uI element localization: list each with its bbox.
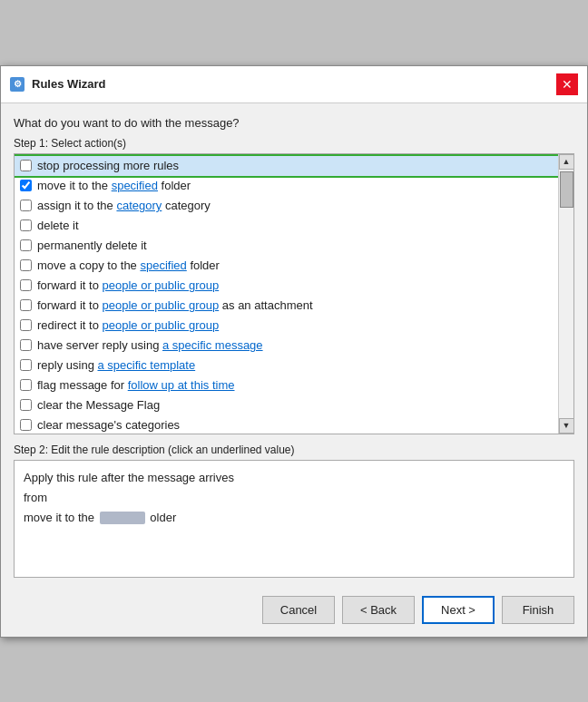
scroll-up-button[interactable]: ▲ [559, 154, 574, 170]
scrollbar[interactable]: ▲ ▼ [558, 154, 573, 434]
action-flag-label: flag message for follow up at this time [37, 378, 235, 392]
description-line3-before: move it to the [24, 511, 94, 524]
action-forward[interactable]: forward it to people or public group [15, 276, 558, 296]
action-redirect[interactable]: redirect it to people or public group [15, 316, 558, 336]
description-line3-after: older [150, 511, 176, 524]
action-delete[interactable]: delete it [15, 216, 558, 236]
checkbox-stop[interactable] [20, 160, 32, 171]
action-move[interactable]: move it to the specified folder [15, 176, 558, 196]
action-clear-categories[interactable]: clear message's categories [15, 415, 558, 434]
action-clear-categories-label: clear message's categories [37, 418, 180, 432]
description-box: Apply this rule after the message arrive… [14, 460, 574, 578]
finish-button[interactable]: Finish [502, 596, 574, 624]
checkbox-clear-flag[interactable] [20, 399, 32, 411]
action-forward-attach[interactable]: forward it to people or public group as … [15, 296, 558, 316]
action-stop[interactable]: stop processing more rules [15, 156, 558, 176]
checkbox-clear-categories[interactable] [20, 419, 32, 431]
checkbox-delete[interactable] [20, 219, 32, 231]
checkbox-forward-attach[interactable] [20, 299, 32, 311]
actions-list[interactable]: stop processing more rules move it to th… [15, 154, 558, 434]
action-forward-label: forward it to people or public group [37, 278, 219, 292]
scroll-down-button[interactable]: ▼ [559, 418, 574, 434]
close-button[interactable]: ✕ [556, 73, 578, 95]
actions-box: stop processing more rules move it to th… [14, 153, 574, 434]
footer: Cancel < Back Next > Finish [1, 587, 587, 637]
action-assign[interactable]: assign it to the category category [15, 196, 558, 216]
action-clear-flag-label: clear the Message Flag [37, 398, 160, 412]
forward-attach-people-link[interactable]: people or public group [103, 298, 220, 312]
title-bar: ⚙ Rules Wizard ✕ [1, 66, 587, 103]
specific-template-link[interactable]: a specific template [97, 358, 195, 372]
action-assign-label: assign it to the category category [37, 199, 211, 212]
checkbox-perm-delete[interactable] [20, 239, 32, 251]
forward-people-link[interactable]: people or public group [103, 278, 220, 292]
scroll-thumb-area [559, 170, 573, 418]
rules-wizard-window: ⚙ Rules Wizard ✕ What do you want to do … [0, 65, 588, 638]
follow-up-link[interactable]: follow up at this time [128, 378, 235, 392]
action-server-reply[interactable]: have server reply using a specific messa… [15, 336, 558, 356]
checkbox-flag[interactable] [20, 379, 32, 391]
checkbox-assign[interactable] [20, 200, 32, 211]
blurred-folder [100, 512, 145, 524]
checkbox-redirect[interactable] [20, 319, 32, 331]
action-redirect-label: redirect it to people or public group [37, 318, 219, 332]
description-line2: from [24, 488, 564, 508]
action-forward-attach-label: forward it to people or public group as … [37, 298, 313, 312]
window-icon: ⚙ [10, 77, 24, 92]
action-clear-flag[interactable]: clear the Message Flag [15, 395, 558, 415]
category-link[interactable]: category [116, 199, 162, 212]
checkbox-forward[interactable] [20, 279, 32, 291]
specified-folder-link[interactable]: specified [112, 179, 158, 192]
next-button[interactable]: Next > [422, 596, 495, 624]
window-title: Rules Wizard [32, 77, 106, 91]
action-stop-label: stop processing more rules [37, 159, 179, 172]
description-line1: Apply this rule after the message arrive… [24, 468, 564, 488]
action-flag[interactable]: flag message for follow up at this time [15, 375, 558, 395]
scroll-thumb[interactable] [560, 171, 573, 208]
step1-label: Step 1: Select action(s) [14, 137, 574, 150]
checkbox-move[interactable] [20, 180, 32, 191]
title-bar-left: ⚙ Rules Wizard [10, 77, 106, 92]
action-reply-template-label: reply using a specific template [37, 358, 195, 372]
action-move-label: move it to the specified folder [37, 179, 191, 192]
checkbox-reply-template[interactable] [20, 359, 32, 371]
description-line3: move it to the older [24, 508, 564, 528]
checkbox-copy[interactable] [20, 259, 32, 271]
question-text: What do you want to do with the message? [14, 116, 574, 130]
action-delete-label: delete it [37, 219, 79, 232]
specific-message-link[interactable]: a specific message [162, 338, 263, 352]
action-server-reply-label: have server reply using a specific messa… [37, 338, 263, 352]
action-perm-delete-label: permanently delete it [37, 239, 147, 252]
checkbox-server-reply[interactable] [20, 339, 32, 351]
redirect-people-link[interactable]: people or public group [103, 318, 220, 332]
cancel-button[interactable]: Cancel [262, 596, 335, 624]
action-copy[interactable]: move a copy to the specified folder [15, 256, 558, 276]
action-perm-delete[interactable]: permanently delete it [15, 236, 558, 256]
specified-copy-link[interactable]: specified [140, 258, 186, 272]
back-button[interactable]: < Back [342, 596, 415, 624]
action-reply-template[interactable]: reply using a specific template [15, 356, 558, 375]
action-copy-label: move a copy to the specified folder [37, 258, 220, 272]
step2-label: Step 2: Edit the rule description (click… [14, 444, 574, 456]
main-content: What do you want to do with the message?… [1, 103, 587, 587]
